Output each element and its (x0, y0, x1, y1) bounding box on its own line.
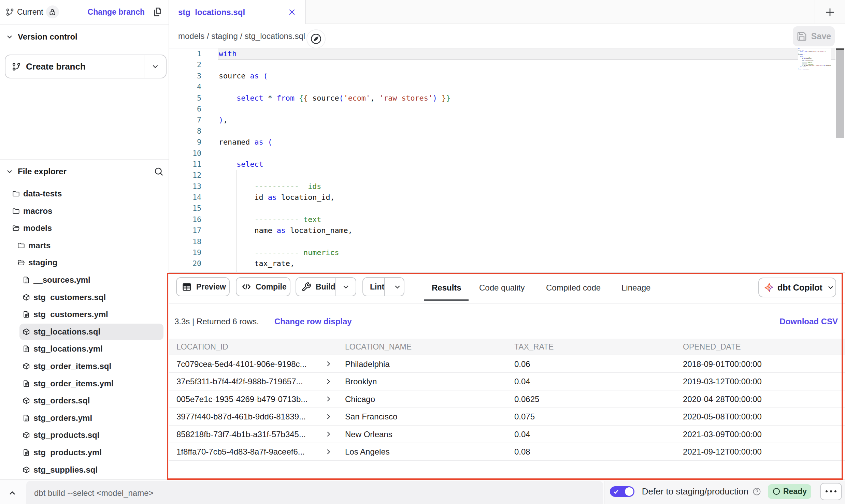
expand-row-icon[interactable] (325, 413, 332, 420)
build-caret[interactable] (336, 278, 356, 296)
file-icon (23, 380, 30, 387)
tree-item-marts[interactable]: marts (14, 237, 163, 254)
tree-item-stg_order_items.yml[interactable]: stg_order_items.yml (19, 375, 163, 392)
folder-open-icon (12, 224, 20, 232)
table-row[interactable]: 7c079cea-5ed4-4101-906e-9198c...Philadel… (169, 355, 845, 373)
line-number: 5 (169, 93, 218, 104)
lint-caret[interactable] (391, 278, 404, 296)
command-placeholder: dbt build --select <model_name> (34, 488, 154, 498)
active-tab-underline (424, 299, 469, 301)
line-number: 7 (169, 115, 218, 125)
tab-stg-locations[interactable]: stg_locations.sql (169, 0, 306, 24)
defer-toggle[interactable] (610, 486, 634, 497)
git-branch-icon (5, 8, 14, 16)
tree-item-stg_order_items.sql[interactable]: stg_order_items.sql (19, 358, 163, 374)
results-table: LOCATION_ID LOCATION_NAME TAX_RATE OPENE… (169, 339, 845, 461)
copy-icon[interactable] (153, 7, 163, 17)
file-health-chip[interactable] (306, 29, 326, 48)
cell-location_name: Los Angeles (345, 443, 390, 461)
lint-button[interactable]: Lint (362, 277, 404, 296)
code-editor[interactable]: 1234567891011121314151617181920212223242… (169, 48, 845, 272)
table-row[interactable]: 3977f440-b87d-461b-9dd6-81839...San Fran… (169, 408, 845, 426)
line-number: 18 (169, 236, 218, 247)
branch-header: Current Change branch (0, 0, 169, 25)
create-branch-caret[interactable] (144, 55, 166, 78)
tree-item-stg_customers.yml[interactable]: stg_customers.yml (19, 306, 163, 323)
expand-row-icon[interactable] (325, 378, 332, 385)
tree-item-label: models (23, 223, 52, 233)
compile-button[interactable]: Compile (236, 277, 290, 296)
change-row-display-link[interactable]: Change row display (274, 304, 352, 339)
chevron-down-icon[interactable] (5, 167, 14, 176)
expand-row-icon[interactable] (325, 395, 332, 403)
tree-item-label: data-tests (23, 189, 62, 198)
tree-item-stg_orders.yml[interactable]: stg_orders.yml (19, 410, 163, 426)
search-icon[interactable] (154, 166, 164, 177)
table-row[interactable]: 1f8ffa70-7cb5-4d83-8a7f-9aceef6...Los An… (169, 443, 845, 461)
tab-results[interactable]: Results (432, 273, 461, 303)
close-icon[interactable] (288, 8, 296, 16)
download-csv-link[interactable]: Download CSV (779, 304, 838, 339)
editor-minimap[interactable]: with source as ( select * from {{ source… (798, 48, 831, 71)
tree-item-stg_supplies.sql[interactable]: stg_supplies.sql (19, 462, 163, 478)
tree-item-data-tests[interactable]: data-tests (9, 186, 163, 202)
change-branch-link[interactable]: Change branch (88, 8, 145, 17)
expand-row-icon[interactable] (325, 360, 332, 368)
cell-tax_rate: 0.08 (514, 443, 530, 461)
minimap-line: select * from renamed (798, 70, 831, 71)
cell-opened_date: 2020-04-28T00:00:00 (683, 390, 762, 408)
line-number: 14 (169, 192, 218, 203)
line-number: 3 (169, 71, 218, 81)
tree-item-stg_customers.sql[interactable]: stg_customers.sql (19, 289, 163, 306)
dbt-copilot-label: dbt Copilot (777, 283, 822, 293)
command-input[interactable]: dbt build --select <model_name> (26, 481, 603, 504)
tree-item-stg_orders.sql[interactable]: stg_orders.sql (19, 392, 163, 409)
tree-item-label: stg_order_items.yml (33, 379, 114, 388)
create-branch-button[interactable]: Create branch (5, 55, 167, 78)
version-control-title: Version control (18, 32, 77, 42)
expand-row-icon[interactable] (325, 430, 332, 438)
folder-icon (17, 242, 25, 249)
table-row[interactable]: 005e7e1c-1935-4269-b479-0713b...Chicago0… (169, 390, 845, 408)
tree-item-macros[interactable]: macros (9, 203, 163, 219)
dbt-copilot-button[interactable]: dbt Copilot (758, 278, 836, 297)
tab-code-quality[interactable]: Code quality (479, 273, 525, 303)
build-label: Build (316, 282, 335, 292)
expand-row-icon[interactable] (325, 448, 332, 456)
tree-item-stg_locations.yml[interactable]: stg_locations.yml (19, 341, 163, 357)
version-control-section: Version control Create branch (0, 25, 169, 159)
save-button[interactable]: Save (793, 26, 835, 46)
line-number: 21 (169, 269, 218, 272)
table-row[interactable]: 858218fb-73f7-4b1b-a31f-57b345...New Orl… (169, 426, 845, 443)
chevron-down-icon[interactable] (5, 33, 14, 41)
chevron-up-icon[interactable] (8, 488, 17, 498)
tab-compiled-code[interactable]: Compiled code (546, 273, 601, 303)
line-number: 8 (169, 126, 218, 137)
preview-button[interactable]: Preview (176, 277, 230, 296)
save-icon (797, 31, 807, 42)
code-line-18 (218, 236, 835, 247)
tree-item-staging[interactable]: staging (14, 254, 163, 271)
more-options-button[interactable] (820, 483, 842, 500)
line-number: 4 (169, 81, 218, 92)
lint-label: Lint (370, 282, 384, 292)
help-icon[interactable] (753, 487, 761, 496)
new-tab-button[interactable] (823, 6, 836, 19)
tree-item-stg_locations.sql[interactable]: stg_locations.sql (19, 324, 163, 340)
tree-item-stg_products.yml[interactable]: stg_products.yml (19, 444, 163, 461)
editor-scrollbar[interactable] (836, 48, 844, 272)
table-row[interactable]: 37e5f311-b7f4-4f2f-988b-719657...Brookly… (169, 373, 845, 391)
folder-icon (12, 190, 20, 197)
tree-item-__sources.yml[interactable]: __sources.yml (19, 272, 163, 288)
compass-icon (309, 32, 323, 46)
code-line-16: ---------- text (218, 214, 835, 225)
cell-location_id: 005e7e1c-1935-4269-b479-0713b... (176, 390, 307, 408)
line-number: 19 (169, 247, 218, 258)
table-icon (182, 282, 192, 292)
scrollbar-thumb[interactable] (836, 50, 844, 138)
tree-item-models[interactable]: models (9, 220, 163, 236)
build-button[interactable]: Build (296, 277, 356, 296)
tab-lineage[interactable]: Lineage (621, 273, 650, 303)
tree-item-stg_products.sql[interactable]: stg_products.sql (19, 427, 163, 443)
model-icon (23, 431, 30, 439)
